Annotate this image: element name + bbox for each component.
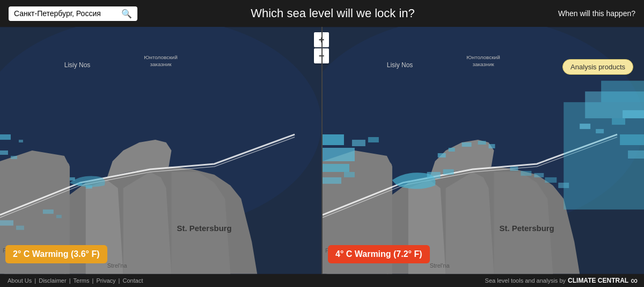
svg-text:заказник: заказник bbox=[150, 61, 172, 67]
svg-text:St. Petersburg: St. Petersburg bbox=[499, 224, 554, 233]
svg-rect-49 bbox=[545, 177, 557, 183]
svg-rect-48 bbox=[534, 173, 544, 177]
svg-rect-43 bbox=[623, 110, 644, 118]
svg-text:Lisiy Nos: Lisiy Nos bbox=[387, 61, 413, 69]
svg-rect-44 bbox=[620, 134, 644, 145]
svg-text:заказник: заказник bbox=[472, 61, 494, 67]
infinity-icon: ∞ bbox=[631, 275, 638, 286]
climate-central-brand: CLIMATE CENTRAL bbox=[568, 277, 628, 284]
map-divider bbox=[321, 27, 323, 274]
svg-rect-35 bbox=[478, 141, 486, 145]
svg-rect-36 bbox=[488, 144, 495, 148]
svg-rect-42 bbox=[612, 118, 625, 125]
svg-rect-32 bbox=[438, 153, 446, 157]
footer-attribution: Sea level tools and analysis by CLIMATE … bbox=[485, 275, 638, 286]
left-map-panel[interactable]: Lisiy Nos Юнтоловский заказник St. Peter… bbox=[0, 27, 323, 274]
svg-rect-24 bbox=[323, 148, 355, 161]
svg-rect-27 bbox=[368, 137, 379, 142]
footer-terms-link[interactable]: Terms bbox=[74, 277, 90, 284]
svg-rect-10 bbox=[0, 220, 13, 226]
svg-rect-5 bbox=[0, 134, 11, 140]
svg-rect-26 bbox=[352, 140, 365, 146]
analysis-products-badge[interactable]: Analysis products bbox=[562, 59, 633, 75]
footer-right-text: Sea level tools and analysis by bbox=[485, 277, 566, 284]
svg-text:Юнтоловский: Юнтоловский bbox=[144, 54, 177, 60]
header-right-link[interactable]: When will this happen? bbox=[528, 9, 635, 18]
left-temp-badge: 2° C Warming (3.6° F) bbox=[5, 245, 107, 263]
footer-links: About Us | Disclaimer | Terms | Privacy … bbox=[6, 277, 144, 284]
svg-text:Lisiy Nos: Lisiy Nos bbox=[64, 61, 91, 69]
svg-text:Юнтоловский: Юнтоловский bbox=[466, 54, 500, 60]
svg-rect-29 bbox=[344, 172, 355, 177]
footer-contact-link[interactable]: Contact bbox=[123, 277, 143, 284]
svg-rect-11 bbox=[16, 226, 24, 230]
footer: About Us | Disclaimer | Terms | Privacy … bbox=[0, 274, 644, 287]
svg-text:St. Petersburg: St. Petersburg bbox=[177, 224, 231, 233]
svg-rect-47 bbox=[521, 171, 531, 176]
svg-rect-50 bbox=[558, 183, 569, 188]
svg-rect-33 bbox=[449, 148, 455, 152]
svg-rect-23 bbox=[323, 134, 344, 145]
svg-rect-41 bbox=[596, 129, 604, 133]
svg-rect-45 bbox=[628, 150, 644, 159]
svg-rect-34 bbox=[462, 142, 472, 147]
svg-text:Strel'na: Strel'na bbox=[430, 262, 450, 269]
svg-rect-31 bbox=[443, 169, 454, 175]
svg-rect-13 bbox=[56, 215, 62, 218]
svg-rect-39 bbox=[601, 81, 644, 102]
right-map-panel[interactable]: Lisiy Nos Юнтоловский заказник St. Peter… bbox=[323, 27, 644, 274]
svg-rect-25 bbox=[323, 164, 349, 172]
svg-rect-12 bbox=[43, 210, 54, 214]
search-container[interactable]: 🔍 bbox=[9, 6, 137, 21]
svg-rect-3 bbox=[0, 150, 8, 155]
search-input[interactable] bbox=[14, 9, 121, 18]
footer-privacy-link[interactable]: Privacy bbox=[97, 277, 116, 284]
search-icon: 🔍 bbox=[121, 9, 132, 19]
footer-about-link[interactable]: About Us bbox=[8, 277, 32, 284]
header: 🔍 Which sea level will we lock in? When … bbox=[0, 0, 644, 27]
svg-rect-46 bbox=[510, 167, 518, 171]
svg-text:Strel'na: Strel'na bbox=[107, 262, 128, 269]
svg-rect-30 bbox=[427, 172, 441, 178]
svg-rect-40 bbox=[580, 124, 590, 129]
svg-rect-28 bbox=[323, 177, 341, 184]
header-title: Which sea level will we lock in? bbox=[137, 6, 528, 20]
svg-rect-4 bbox=[11, 156, 17, 159]
right-temp-badge: 4° C Warming (7.2° F) bbox=[328, 245, 430, 263]
svg-rect-6 bbox=[19, 140, 23, 142]
footer-disclaimer-link[interactable]: Disclaimer bbox=[39, 277, 66, 284]
